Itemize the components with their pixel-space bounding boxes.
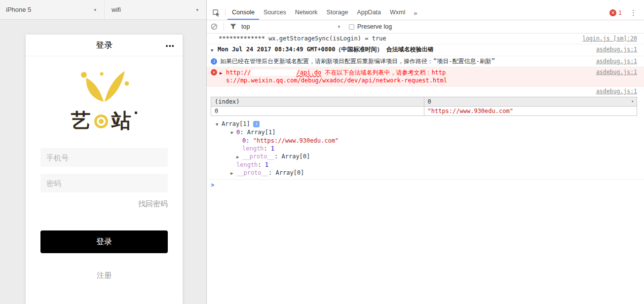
tab-console[interactable]: Console [227, 6, 259, 20]
simulator-panel: iPhone 5 ▾ wifi ▾ 登录 ••• [0, 0, 206, 304]
column-dropdown-icon[interactable]: ▾ [631, 99, 634, 104]
tree-string-value: "https://www.930edu.com" [253, 137, 339, 144]
tab-storage[interactable]: Storage [322, 6, 353, 20]
console-output: ************* wx.getStorageSync(isLogin)… [207, 34, 644, 304]
clear-console-icon[interactable] [211, 23, 218, 30]
tree-key: __proto__ [236, 169, 275, 176]
device-dropdown[interactable]: iPhone 5 ▾ [0, 0, 105, 19]
tab-network[interactable]: Network [291, 6, 322, 20]
error-message: http:///api.do 不在以下合法域名列表中，请参考文档：https:/… [226, 69, 458, 84]
tree-row-root[interactable]: ▼Array[1]i [207, 120, 644, 128]
tree-key: __proto__ [242, 153, 281, 160]
table-cell-value: "https://www.930edu.com" [424, 107, 637, 116]
password-input[interactable] [40, 174, 168, 192]
logo-trademark [135, 112, 137, 114]
collapse-triangle-icon[interactable]: ▼ [211, 46, 218, 54]
app-logo: 艺 站 [26, 67, 183, 131]
context-selector-label: top [241, 23, 250, 30]
register-link[interactable]: 注册 [40, 271, 168, 280]
error-icon: ✕ [211, 69, 217, 76]
console-table: (index) 0 ▾ 0 "https://www.930edu.com" [207, 96, 644, 118]
tree-key: 0 [236, 129, 247, 136]
login-button[interactable]: 登录 [40, 230, 168, 253]
preserve-log-toggle[interactable]: Preserve log [349, 23, 392, 30]
logo-char-right: 站 [112, 110, 131, 131]
menu-dots-icon[interactable]: ••• [166, 41, 175, 49]
log-message: ************* wx.getStorageSync(isLogin)… [211, 35, 386, 42]
phone-screen: 登录 ••• 艺 站 [26, 35, 183, 304]
devtools-panel: Console Sources Network Storage AppData … [206, 0, 644, 304]
tree-row: length1 [207, 145, 644, 152]
simulator-toolbar: iPhone 5 ▾ wifi ▾ [0, 0, 206, 20]
tree-key: length [242, 145, 271, 152]
simulator-body: 登录 ••• 艺 站 [0, 20, 206, 304]
tree-row: length1 [207, 161, 644, 169]
preserve-log-checkbox[interactable] [349, 24, 354, 30]
tabbar-spacer [421, 6, 610, 20]
tab-appdata[interactable]: AppData [352, 6, 385, 20]
console-log-row: ************* wx.getStorageSync(isLogin)… [207, 34, 644, 44]
info-message: 如果已经在管理后台更新域名配置，请刷新项目配置后重新编译项目，操作路径：“项目-… [220, 58, 495, 65]
console-prompt[interactable]: > [207, 179, 644, 190]
error-count-badge[interactable]: ✕ 1 [609, 6, 622, 20]
preserve-log-label: Preserve log [357, 23, 392, 30]
table-header-row: (index) 0 ▾ [211, 97, 637, 107]
source-link[interactable]: asdebug.js:1 [596, 58, 637, 65]
error-count: 1 [618, 9, 622, 16]
tree-value: Array[1] [247, 129, 276, 136]
login-form: 找回密码 登录 注册 [26, 131, 183, 280]
console-toolbar: top ▾ Preserve log [207, 20, 644, 34]
chevron-down-icon: ▾ [196, 7, 198, 12]
console-group-row: ▼ Mon Jul 24 2017 08:34:49 GMT+0800（中国标准… [207, 44, 644, 56]
phone-number-input[interactable] [40, 148, 168, 167]
collapse-triangle-icon[interactable]: ▼ [230, 129, 236, 137]
redacted-domain [251, 70, 297, 76]
error-url-path: /api.do [297, 69, 322, 76]
miniprogram-header: 登录 ••• [26, 35, 183, 56]
tree-root-label: Array[1] [222, 120, 250, 127]
chevron-down-icon: ▾ [94, 7, 96, 12]
info-badge-icon: i [253, 121, 260, 127]
tree-number-value: 1 [271, 145, 274, 152]
collapse-triangle-icon[interactable]: ▼ [216, 120, 222, 128]
tree-key: 0 [242, 137, 253, 144]
app-window: iPhone 5 ▾ wifi ▾ 登录 ••• [0, 0, 644, 304]
forgot-password-link[interactable]: 找回密码 [40, 199, 168, 209]
source-link[interactable]: login.js [sm]:20 [582, 35, 637, 42]
expand-triangle-icon[interactable]: ▶ [230, 169, 236, 177]
tab-wxml[interactable]: Wxml [385, 6, 410, 20]
more-tabs-icon[interactable]: » [410, 6, 421, 20]
tree-row[interactable]: ▼0Array[1] [207, 128, 644, 137]
devtools-tabbar: Console Sources Network Storage AppData … [207, 6, 644, 20]
kebab-menu-icon[interactable]: ⋮ [628, 6, 639, 20]
network-dropdown[interactable]: wifi ▾ [105, 0, 206, 19]
toolbar-divider [224, 23, 224, 31]
logo-hands-icon [67, 67, 141, 110]
console-error-row: ✕ ▶ http:///api.do 不在以下合法域名列表中，请参考文档：htt… [207, 67, 644, 86]
expand-triangle-icon[interactable]: ▶ [236, 153, 242, 161]
page-title: 登录 [96, 39, 113, 51]
tree-row[interactable]: ▶__proto__Array[0] [207, 152, 644, 161]
logo-circle-icon [94, 114, 108, 128]
source-link[interactable]: asdebug.js:1 [596, 46, 637, 53]
info-icon: i [211, 58, 217, 65]
network-dropdown-label: wifi [112, 6, 121, 13]
logo-char-left: 艺 [71, 110, 91, 131]
console-table-source-row: asdebug.js:1 [207, 86, 644, 96]
expand-triangle-icon[interactable]: ▶ [220, 69, 226, 77]
table-header-0[interactable]: 0 ▾ [424, 97, 637, 107]
tree-key: length [236, 161, 265, 168]
table-cell-index: 0 [211, 107, 424, 116]
prompt-chevron-icon: > [211, 182, 214, 189]
table-header-index[interactable]: (index) [211, 97, 424, 107]
tree-row[interactable]: ▶__proto__Array[0] [207, 169, 644, 177]
device-dropdown-label: iPhone 5 [6, 6, 31, 13]
tab-sources[interactable]: Sources [259, 6, 291, 20]
inspect-element-icon[interactable] [210, 6, 223, 20]
tree-value: Array[0] [275, 169, 304, 176]
source-link[interactable]: asdebug.js:1 [596, 69, 637, 76]
filter-icon[interactable] [230, 24, 236, 30]
context-selector[interactable]: top ▾ [241, 23, 340, 30]
tree-row: 0"https://www.930edu.com" [207, 137, 644, 145]
source-link[interactable]: asdebug.js:1 [596, 88, 637, 95]
